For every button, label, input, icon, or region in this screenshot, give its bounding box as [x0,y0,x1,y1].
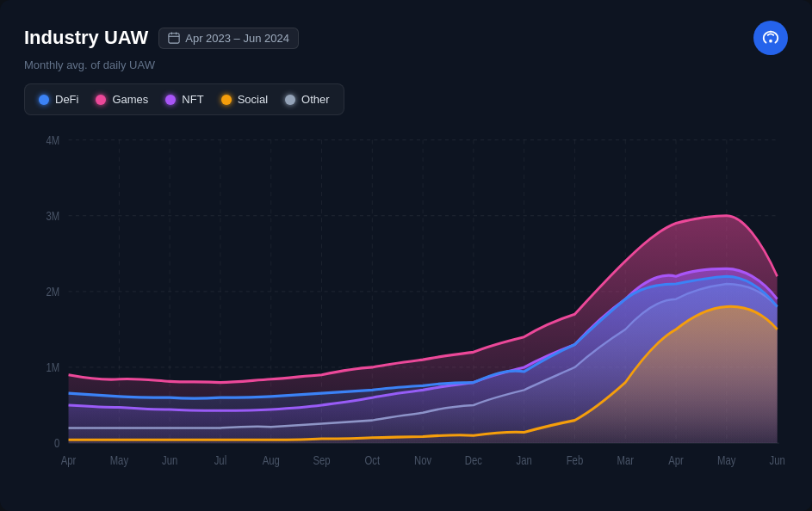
x-label-aug-2023: Aug [263,454,280,467]
legend-item-defi[interactable]: DeFi [39,93,78,106]
legend-item-nft[interactable]: NFT [165,93,203,106]
y-label-2m: 2M [46,286,60,299]
x-label-apr-2023: Apr [61,454,77,467]
y-label-4m: 4M [46,134,60,147]
x-label-jan-2024: Jan [517,454,532,467]
legend: DeFi Games NFT Social Other [24,83,344,115]
x-label-nov-2023: Nov [414,454,432,467]
svg-point-1 [769,40,772,43]
legend-dot-defi [39,95,49,105]
x-label-may-2023: May [110,454,129,467]
x-label-may-2024: May [717,454,736,467]
x-label-dec-2023: Dec [465,454,482,467]
y-label-1m: 1M [46,361,60,374]
logo-button[interactable] [753,21,788,55]
x-label-mar-2024: Mar [617,454,634,467]
calendar-icon [168,32,180,44]
svg-rect-0 [169,34,179,43]
x-label-oct-2023: Oct [364,454,380,467]
legend-label-other: Other [301,93,330,106]
x-label-feb-2024: Feb [567,454,584,467]
legend-label-social: Social [238,93,268,106]
x-label-jun-2023: Jun [162,454,177,467]
date-range-text: Apr 2023 – Jun 2024 [185,32,289,45]
legend-item-social[interactable]: Social [221,93,268,106]
legend-label-games: Games [112,93,148,106]
header-row: Industry UAW Apr 2023 – Jun 2024 [24,21,788,55]
legend-label-defi: DeFi [55,93,78,106]
chart-container: Industry UAW Apr 2023 – Jun 2024 Monthly… [0,0,812,511]
x-label-jun-2024: Jun [769,454,784,467]
x-label-apr-2024: Apr [668,454,684,467]
legend-item-other[interactable]: Other [285,93,330,106]
chart-area: 4M 3M 2M 1M 0 Apr May Jun Jul Au [24,129,788,497]
legend-dot-social [221,95,232,105]
legend-dot-games [96,95,106,105]
legend-item-games[interactable]: Games [96,93,148,106]
chart-subtitle: Monthly avg. of daily UAW [24,58,788,71]
chart-title: Industry UAW [24,27,148,49]
legend-dot-other [285,95,295,105]
y-label-3m: 3M [46,210,60,223]
date-range-badge[interactable]: Apr 2023 – Jun 2024 [158,28,299,49]
y-label-0: 0 [54,437,59,450]
x-label-jul-2023: Jul [214,454,226,467]
legend-dot-nft [165,95,176,105]
x-label-sep-2023: Sep [313,454,330,467]
chart-svg: 4M 3M 2M 1M 0 Apr May Jun Jul Au [24,129,788,497]
logo-icon [761,28,780,47]
title-group: Industry UAW Apr 2023 – Jun 2024 [24,27,299,49]
legend-label-nft: NFT [182,93,203,106]
